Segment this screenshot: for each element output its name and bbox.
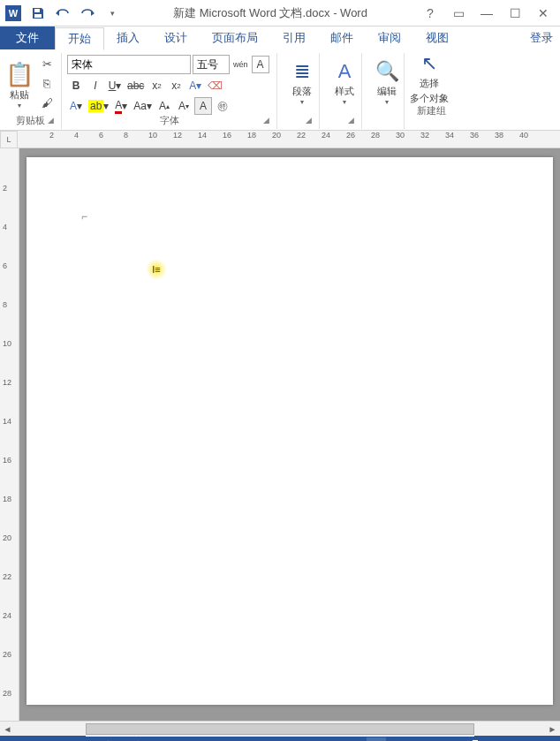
maximize-button[interactable]: ☐ [502, 4, 528, 23]
group-font: wén A B I U▾ abc x2 x2 A▾ ⌫ A▾ ab▾ A▾ Aa… [62, 53, 277, 129]
highlight-button[interactable]: ab▾ [87, 97, 110, 115]
tab-insert[interactable]: 插入 [104, 26, 152, 49]
styles-button[interactable]: A 样式 ▾ [325, 55, 364, 111]
copy-icon: ⎘ [43, 77, 50, 90]
minimize-button[interactable]: — [473, 4, 500, 23]
tab-layout[interactable]: 页面布局 [200, 26, 270, 49]
tab-selector[interactable]: L [0, 131, 18, 148]
font-name-combo[interactable] [67, 55, 191, 74]
ribbon-tabs: 文件 开始 插入 设计 页面布局 引用 邮件 审阅 视图 登录 [0, 26, 560, 49]
tab-design[interactable]: 设计 [152, 26, 200, 49]
change-case-button[interactable]: Aa▾ [132, 97, 154, 115]
binoculars-icon: 🔍 [375, 60, 399, 83]
tab-home[interactable]: 开始 [55, 27, 104, 50]
group-newgroup: ↖ 选择 多个对象 新建组 [405, 53, 458, 129]
italic-button[interactable]: I [87, 77, 104, 95]
page[interactable]: ⌐ [26, 157, 553, 705]
cut-button[interactable]: ✂ [37, 55, 57, 72]
text-effects-button[interactable]: A▾ [186, 77, 204, 95]
grow-font-button[interactable]: A▴ [155, 97, 173, 115]
tab-references[interactable]: 引用 [270, 26, 318, 49]
mouse-cursor-highlight [146, 259, 167, 280]
paragraph-launcher[interactable]: ◢ [306, 116, 316, 126]
tab-review[interactable]: 审阅 [366, 26, 413, 49]
font-launcher[interactable]: ◢ [263, 116, 274, 126]
format-painter-button[interactable]: 🖌 [37, 94, 57, 111]
ruler-horizontal[interactable]: L 246810121416182022242628303234363840 [0, 131, 560, 148]
ruler-vertical[interactable]: 246810121416182022242628 [0, 148, 19, 721]
enclose-characters-button[interactable]: ㊕ [214, 97, 231, 115]
login-link[interactable]: 登录 [530, 30, 553, 46]
titlebar: W ▾ 新建 Microsoft Word 文档.docx - Word ? ▭… [0, 0, 560, 26]
window-controls: ? ▭ — ☐ ✕ [417, 4, 560, 23]
ribbon-display-button[interactable]: ▭ [445, 4, 472, 23]
qat-customize-button[interactable]: ▾ [101, 2, 124, 25]
cursor-icon: ↖ [421, 52, 437, 75]
tab-view[interactable]: 视图 [413, 26, 461, 49]
copy-button[interactable]: ⎘ [37, 74, 57, 92]
undo-button[interactable] [51, 2, 74, 25]
save-button[interactable] [26, 2, 49, 25]
bold-button[interactable]: B [67, 77, 85, 95]
word-app-icon: W [5, 5, 21, 21]
clipboard-icon: 📋 [5, 61, 34, 88]
superscript-button[interactable]: x2 [167, 77, 185, 95]
scroll-left-button[interactable]: ◄ [0, 722, 15, 737]
editing-button[interactable]: 🔍 编辑 ▾ [367, 55, 406, 111]
strikethrough-button[interactable]: abc [125, 77, 146, 95]
styles-icon: A [338, 60, 352, 83]
font-color-button[interactable]: A▾ [112, 97, 130, 115]
scroll-thumb[interactable] [86, 723, 474, 735]
scissors-icon: ✂ [42, 57, 52, 71]
group-paragraph: ≣ 段落 ▾ ◢ [277, 53, 320, 129]
underline-button[interactable]: U▾ [106, 77, 124, 95]
text-cursor: ⌐ [81, 210, 87, 223]
select-objects-button[interactable]: ↖ 选择 多个对象 [410, 55, 449, 102]
character-border-button[interactable]: A [252, 56, 269, 73]
close-button[interactable]: ✕ [530, 4, 556, 23]
group-clipboard: 📋 粘贴 ▾ ✂ ⎘ 🖌 剪贴板 ◢ [0, 53, 62, 129]
group-editing: 🔍 编辑 ▾ [362, 53, 405, 129]
font-size-combo[interactable] [193, 55, 230, 74]
document-scroll[interactable]: ⌐ [19, 148, 560, 721]
paragraph-icon: ≣ [294, 60, 310, 83]
paragraph-button[interactable]: ≣ 段落 ▾ [283, 55, 322, 111]
character-shading-button[interactable]: A [194, 97, 212, 115]
clipboard-launcher[interactable]: ◢ [48, 116, 58, 126]
font-color-a-button[interactable]: A▾ [67, 97, 85, 115]
brush-icon: 🖌 [42, 96, 53, 110]
horizontal-scrollbar[interactable]: ◄ ► [0, 721, 560, 736]
shrink-font-button[interactable]: A▾ [175, 97, 193, 115]
redo-button[interactable] [76, 2, 99, 25]
document-area: 246810121416182022242628 ⌐ [0, 148, 560, 721]
ribbon: 📋 粘贴 ▾ ✂ ⎘ 🖌 剪贴板 ◢ wén A B I U [0, 49, 560, 131]
clear-formatting-button[interactable]: ⌫ [206, 77, 224, 95]
phonetic-guide-button[interactable]: wén [231, 56, 250, 73]
tab-mailings[interactable]: 邮件 [318, 26, 366, 49]
statusbar: 第 1 页，共 1 页 0 个字 中文(中国) ✎ ▤ ▦ ▥ − + 100% [0, 736, 560, 741]
view-web-layout[interactable]: ▥ [397, 737, 416, 741]
subscript-button[interactable]: x2 [148, 77, 165, 95]
group-styles: A 样式 ▾ ◢ [320, 53, 362, 129]
quick-access-toolbar: ▾ [26, 2, 124, 25]
tab-file[interactable]: 文件 [0, 26, 55, 49]
paste-button[interactable]: 📋 粘贴 ▾ [5, 55, 34, 115]
scroll-right-button[interactable]: ► [545, 722, 560, 737]
view-print-layout[interactable]: ▦ [367, 737, 386, 741]
styles-launcher[interactable]: ◢ [348, 116, 359, 126]
help-button[interactable]: ? [417, 4, 443, 23]
window-title: 新建 Microsoft Word 文档.docx - Word [124, 5, 417, 21]
view-read-mode[interactable]: ▤ [337, 737, 356, 741]
